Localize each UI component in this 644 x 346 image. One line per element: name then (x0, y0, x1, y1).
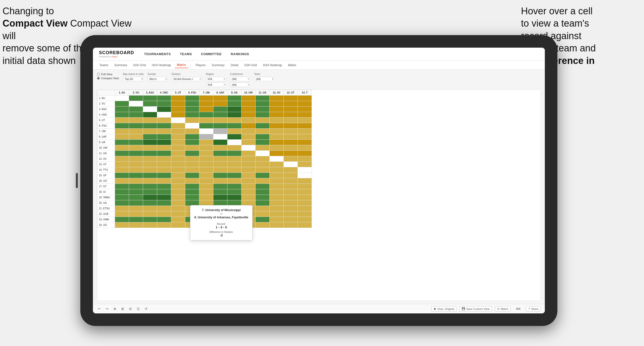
cell-19-3[interactable] (143, 195, 157, 200)
cell-1-5[interactable] (171, 96, 185, 101)
cell-17-2[interactable] (129, 184, 143, 189)
cell-4-3[interactable] (143, 112, 157, 118)
nav-teams[interactable]: TEAMS (180, 51, 192, 57)
cell-13-1[interactable] (115, 162, 129, 167)
cell-19-13[interactable] (284, 195, 298, 200)
subnav-h2hgrid-players[interactable]: H2H Grid (242, 62, 259, 68)
cell-1-13[interactable] (284, 96, 298, 101)
radio-full-view[interactable]: Full View (97, 73, 119, 76)
cell-8-2[interactable] (129, 134, 143, 140)
cell-19-7[interactable] (199, 195, 213, 200)
cell-9-8[interactable] (213, 140, 227, 145)
cell-11-7[interactable] (199, 151, 213, 156)
cell-9-14[interactable] (298, 140, 312, 145)
cell-14-2[interactable] (129, 167, 143, 173)
nav-rankings[interactable]: RANKINGS (231, 51, 249, 57)
tool1-icon[interactable]: ⊕ (112, 306, 117, 311)
cell-17-6[interactable] (185, 184, 199, 189)
cell-5-4[interactable] (157, 118, 171, 123)
cell-7-13[interactable] (284, 129, 298, 134)
cell-16-11[interactable] (256, 178, 270, 184)
cell-10-6[interactable] (185, 145, 199, 151)
cell-17-12[interactable] (270, 184, 284, 189)
cell-10-1[interactable] (115, 145, 129, 151)
cell-1-3[interactable] (143, 96, 157, 101)
cell-14-7[interactable] (199, 167, 213, 173)
subnav-teams[interactable]: Teams (97, 62, 111, 68)
cell-5-8[interactable] (213, 118, 227, 123)
cell-14-5[interactable] (171, 167, 185, 173)
cell-19-5[interactable] (171, 195, 185, 200)
cell-23-5[interactable] (171, 217, 185, 222)
cell-8-9[interactable] (227, 134, 242, 140)
cell-10-5[interactable] (171, 145, 185, 151)
gender-select[interactable]: Men's (148, 77, 168, 81)
cell-1-4[interactable] (157, 96, 171, 101)
cell-8-3[interactable] (143, 134, 157, 140)
cell-12-8[interactable] (213, 156, 227, 162)
cell-19-11[interactable] (256, 195, 270, 200)
cell-11-5[interactable] (171, 151, 185, 156)
cell-13-3[interactable] (143, 162, 157, 167)
cell-16-4[interactable] (157, 178, 171, 184)
tool3-icon[interactable]: ⊟ (128, 306, 133, 311)
division-select[interactable]: NCAA Division I (172, 77, 202, 81)
cell-6-7[interactable] (199, 123, 213, 129)
cell-15-9[interactable] (227, 173, 242, 178)
cell-9-12[interactable] (270, 140, 284, 145)
cell-14-8[interactable] (213, 167, 227, 173)
cell-11-13[interactable] (284, 151, 298, 156)
subnav-h2hheatmap-teams[interactable]: H2H Heatmap (149, 62, 173, 68)
cell-13-4[interactable] (157, 162, 171, 167)
cell-13-13[interactable] (284, 162, 298, 167)
cell-5-6[interactable] (185, 118, 199, 123)
cell-19-1[interactable] (115, 195, 129, 200)
undo-icon[interactable]: ↩ (97, 306, 102, 311)
cell-10-10[interactable] (242, 145, 256, 151)
cell-24-1[interactable] (115, 222, 129, 228)
cell-9-13[interactable] (284, 140, 298, 145)
cell-4-11[interactable] (256, 112, 270, 118)
nav-tournaments[interactable]: TOURNAMENTS (144, 51, 171, 57)
cell-20-4[interactable] (157, 200, 171, 206)
cell-7-6[interactable] (185, 129, 199, 134)
cell-9-3[interactable] (143, 140, 157, 145)
cell-21-3[interactable] (143, 206, 157, 211)
cell-12-9[interactable] (227, 156, 242, 162)
cell-2-7[interactable] (199, 101, 213, 107)
cell-14-6[interactable] (185, 167, 199, 173)
group-btn[interactable]: ⊞⊞ (514, 306, 523, 311)
cell-3-13[interactable] (284, 107, 298, 112)
cell-23-4[interactable] (157, 217, 171, 222)
cell-3-9[interactable] (227, 107, 242, 112)
cell-5-11[interactable] (256, 118, 270, 123)
cell-14-12[interactable] (270, 167, 284, 173)
cell-2-11[interactable] (256, 101, 270, 107)
region-select[interactable]: N/A (206, 77, 226, 81)
cell-17-7[interactable] (199, 184, 213, 189)
cell-8-8[interactable] (213, 134, 227, 140)
cell-12-13[interactable] (284, 156, 298, 162)
cell-5-13[interactable] (284, 118, 298, 123)
cell-9-6[interactable] (185, 140, 199, 145)
cell-20-13[interactable] (284, 200, 298, 206)
cell-11-2[interactable] (129, 151, 143, 156)
cell-5-1[interactable] (115, 118, 129, 123)
cell-5-3[interactable] (143, 118, 157, 123)
cell-16-6[interactable] (185, 178, 199, 184)
cell-18-12[interactable] (270, 189, 284, 195)
cell-6-2[interactable] (129, 123, 143, 129)
cell-1-6[interactable] (185, 96, 199, 101)
subnav-players[interactable]: Players (193, 62, 208, 68)
cell-24-14[interactable] (298, 222, 312, 228)
cell-17-10[interactable] (242, 184, 256, 189)
cell-20-2[interactable] (129, 200, 143, 206)
cell-16-10[interactable] (242, 178, 256, 184)
cell-5-2[interactable] (129, 118, 143, 123)
cell-12-10[interactable] (242, 156, 256, 162)
cell-7-11[interactable] (256, 129, 270, 134)
cell-11-11[interactable] (256, 151, 270, 156)
redo-icon[interactable]: ↪ (105, 306, 109, 311)
cell-12-4[interactable] (157, 156, 171, 162)
cell-14-9[interactable] (227, 167, 242, 173)
